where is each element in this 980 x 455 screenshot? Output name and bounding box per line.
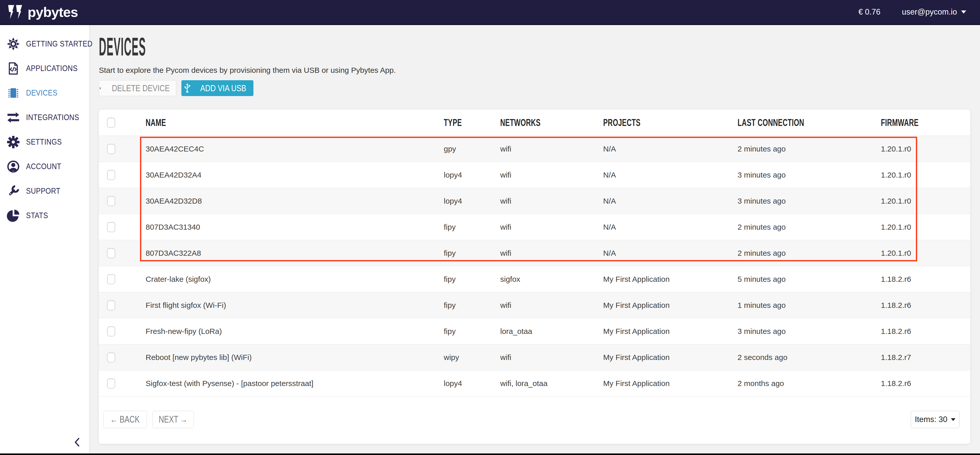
user-menu[interactable]: user@pycom.io — [902, 7, 966, 17]
device-name: Sigfox-test (with Pysense) - [pastoor pe… — [146, 379, 444, 388]
sidebar: GETTING STARTED APPLICATIONS — [0, 25, 89, 453]
device-last-connection: 2 minutes ago — [738, 249, 881, 258]
add-via-usb-button[interactable]: ADD VIA USB — [181, 80, 253, 96]
pybytes-logo[interactable]: pybytes — [0, 4, 78, 20]
column-header-type[interactable]: TYPE — [444, 117, 500, 128]
device-firmware: 1.18.2.r7 — [881, 353, 970, 362]
main-content: DEVICES Start to explore the Pycom devic… — [89, 25, 980, 453]
row-checkbox[interactable] — [107, 144, 115, 154]
device-firmware: 1.18.2.r6 — [881, 379, 970, 388]
delete-device-label: DELETE DEVICE — [112, 83, 170, 93]
device-firmware: 1.18.2.r6 — [881, 327, 970, 336]
sidebar-item-settings[interactable]: SETTINGS — [0, 130, 89, 154]
table-row[interactable]: 807D3AC31340 fipy wifi N/A 2 minutes ago… — [99, 214, 970, 240]
device-last-connection: 3 minutes ago — [738, 197, 881, 205]
items-per-page-dropdown[interactable]: Items: 30 — [911, 411, 959, 428]
device-type: lopy4 — [444, 379, 500, 388]
table-row[interactable]: 30AEA42CEC4C gpy wifi N/A 2 minutes ago … — [99, 136, 970, 162]
device-projects: My First Application — [603, 275, 738, 283]
back-button[interactable]: ← BACK — [103, 411, 147, 428]
sidebar-item-label: DEVICES — [26, 88, 57, 98]
device-projects: My First Application — [603, 353, 738, 362]
next-button[interactable]: NEXT → — [153, 411, 194, 428]
table-row[interactable]: Sigfox-test (with Pysense) - [pastoor pe… — [99, 371, 970, 396]
device-networks: wifi — [500, 301, 603, 310]
sidebar-item-stats[interactable]: STATS — [0, 204, 89, 228]
device-type: fipy — [444, 249, 500, 258]
device-firmware: 1.20.1.r0 — [881, 171, 970, 179]
sidebar-item-account[interactable]: ACCOUNT — [0, 154, 89, 179]
device-projects: My First Application — [603, 301, 738, 310]
sidebar-collapse-chevron-icon[interactable] — [72, 437, 83, 447]
row-checkbox[interactable] — [107, 222, 115, 232]
device-last-connection: 2 minutes ago — [738, 145, 881, 153]
table-row[interactable]: 30AEA42D32A4 lopy4 wifi N/A 3 minutes ag… — [99, 162, 970, 188]
column-header-firmware[interactable]: FIRMWARE — [881, 117, 970, 128]
device-firmware: 1.18.2.r6 — [881, 275, 970, 283]
row-checkbox[interactable] — [107, 274, 115, 284]
device-projects: N/A — [603, 197, 738, 205]
device-projects: N/A — [603, 171, 738, 179]
table-row[interactable]: Crater-lake (sigfox) fipy sigfox My Firs… — [99, 266, 970, 292]
user-email: user@pycom.io — [902, 7, 957, 17]
sidebar-item-applications[interactable]: APPLICATIONS — [0, 56, 89, 81]
device-networks: lora_otaa — [500, 327, 603, 336]
sidebar-item-label: ACCOUNT — [26, 162, 61, 171]
device-type: fipy — [444, 223, 500, 231]
delete-device-button[interactable]: DELETE DEVICE — [99, 80, 176, 96]
page-subtitle: Start to explore the Pycom devices by pr… — [99, 66, 970, 75]
device-name: 30AEA42D32D8 — [146, 197, 444, 205]
column-header-projects[interactable]: PROJECTS — [603, 117, 738, 128]
logo-text: pybytes — [28, 4, 78, 20]
devices-table-card: NAME TYPE NETWORKS PROJECTS LAST CONNECT… — [99, 110, 970, 444]
device-last-connection: 2 minutes ago — [738, 223, 881, 231]
row-checkbox[interactable] — [107, 352, 115, 363]
device-type: lopy4 — [444, 171, 500, 179]
usb-icon — [183, 83, 191, 93]
sidebar-item-label: STATS — [26, 211, 48, 220]
device-networks: wifi — [500, 197, 603, 205]
caret-down-icon — [961, 11, 966, 14]
device-firmware: 1.20.1.r0 — [881, 197, 970, 205]
column-header-networks[interactable]: NETWORKS — [500, 117, 603, 128]
column-header-last-connection[interactable]: LAST CONNECTION — [738, 117, 881, 128]
table-row[interactable]: 30AEA42D32D8 lopy4 wifi N/A 3 minutes ag… — [99, 188, 970, 214]
device-name: Crater-lake (sigfox) — [146, 275, 444, 283]
device-firmware: 1.20.1.r0 — [881, 145, 970, 153]
select-all-checkbox[interactable] — [107, 118, 115, 128]
table-row[interactable]: First flight sigfox (Wi-Fi) fipy wifi My… — [99, 292, 970, 318]
device-name: 807D3AC31340 — [146, 223, 444, 231]
sidebar-item-getting-started[interactable]: GETTING STARTED — [0, 32, 89, 56]
row-checkbox[interactable] — [107, 170, 115, 180]
page-title: DEVICES — [99, 34, 970, 59]
device-last-connection: 5 minutes ago — [738, 275, 881, 283]
row-checkbox[interactable] — [107, 248, 115, 258]
row-checkbox[interactable] — [107, 326, 115, 336]
row-checkbox[interactable] — [107, 379, 115, 388]
table-row[interactable]: Fresh-new-fipy (LoRa) fipy lora_otaa My … — [99, 318, 970, 344]
top-bar: pybytes € 0.76 user@pycom.io — [0, 0, 980, 25]
device-type: lopy4 — [444, 197, 500, 205]
caret-down-icon — [951, 418, 956, 421]
device-type: wipy — [444, 353, 500, 362]
device-type: fipy — [444, 327, 500, 336]
device-name: First flight sigfox (Wi-Fi) — [146, 301, 444, 310]
sidebar-item-integrations[interactable]: INTEGRATIONS — [0, 105, 89, 130]
table-row[interactable]: Reboot [new pybytes lib] (WiFi) wipy wif… — [99, 344, 970, 371]
sidebar-item-label: SUPPORT — [26, 186, 60, 196]
sidebar-item-support[interactable]: SUPPORT — [0, 179, 89, 204]
gear-icon — [6, 135, 20, 149]
device-networks: wifi — [500, 145, 603, 153]
row-checkbox[interactable] — [107, 196, 115, 206]
account-balance[interactable]: € 0.76 — [858, 7, 880, 17]
swap-arrows-icon — [6, 111, 20, 124]
device-type: fipy — [444, 301, 500, 310]
device-networks: sigfox — [500, 275, 603, 283]
trash-icon — [99, 84, 102, 92]
row-checkbox[interactable] — [107, 300, 115, 310]
device-firmware: 1.18.2.r6 — [881, 301, 970, 310]
column-header-name[interactable]: NAME — [146, 117, 444, 128]
table-row[interactable]: 807D3AC322A8 fipy wifi N/A 2 minutes ago… — [99, 240, 970, 266]
sidebar-item-devices[interactable]: DEVICES — [0, 81, 89, 105]
device-networks: wifi — [500, 171, 603, 179]
